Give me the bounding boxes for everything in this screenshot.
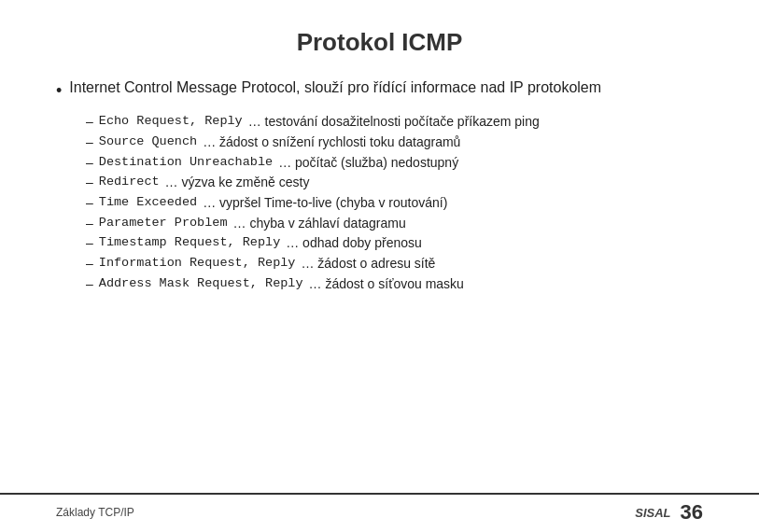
main-bullet: • Internet Control Message Protocol, slo… <box>56 79 703 103</box>
footer-left-label: Základy TCP/IP <box>56 506 134 519</box>
sub-item-mono: Address Mask Request, Reply <box>99 274 303 294</box>
sub-item-mono: Information Request, Reply <box>99 254 296 273</box>
slide: Protokol ICMP • Internet Control Message… <box>0 0 759 532</box>
footer-right: SISAL 36 <box>635 500 703 525</box>
sub-item-mono: Redirect <box>99 173 160 192</box>
sub-item-text: … testování dosažitelnosti počítače přík… <box>248 112 540 133</box>
sub-item-mono: Time Exceeded <box>99 193 197 213</box>
sub-item-text: … žádost o síťovou masku <box>309 274 464 295</box>
sub-item-text: … počítač (služba) nedostupný <box>278 153 458 174</box>
sub-item-mono: Echo Request, Reply <box>99 112 243 132</box>
slide-title: Protokol ICMP <box>56 28 703 57</box>
footer-brand: SISAL <box>635 506 670 520</box>
sub-item-mono: Source Quench <box>99 133 197 152</box>
sub-list-item: Address Mask Request, Reply … žádost o s… <box>86 274 703 295</box>
sub-list-item: Time Exceeded … vypršel Time-to-live (ch… <box>86 193 703 214</box>
sub-list: Echo Request, Reply … testování dosažite… <box>56 112 703 294</box>
footer: Základy TCP/IP SISAL 36 <box>0 493 759 532</box>
sub-list-item: Timestamp Request, Reply … odhad doby př… <box>86 233 703 254</box>
sub-item-text: … odhad doby přenosu <box>286 233 422 254</box>
sub-item-text: … žádost o snížení rychlosti toku datagr… <box>203 133 460 153</box>
sub-list-item: Source Quench … žádost o snížení rychlos… <box>86 133 703 153</box>
footer-page-number: 36 <box>681 500 703 525</box>
sub-item-mono: Parameter Problem <box>99 214 228 233</box>
sub-item-mono: Timestamp Request, Reply <box>99 233 280 253</box>
bullet-dot: • <box>56 79 62 103</box>
bullet-section: • Internet Control Message Protocol, slo… <box>56 79 703 294</box>
sub-list-item: Parameter Problem … chyba v záhlaví data… <box>86 214 703 234</box>
sub-list-item: Destination Unreachable … počítač (služb… <box>86 153 703 174</box>
sub-list-item: Redirect … výzva ke změně cesty <box>86 173 703 193</box>
main-bullet-text: Internet Control Message Protocol, slouž… <box>69 79 601 96</box>
sub-item-text: … chyba v záhlaví datagramu <box>233 214 406 234</box>
sub-list-item: Echo Request, Reply … testování dosažite… <box>86 112 703 133</box>
sub-item-text: … výzva ke změně cesty <box>165 173 310 193</box>
sub-list-item: Information Request, Reply … žádost o ad… <box>86 254 703 274</box>
sub-item-mono: Destination Unreachable <box>99 153 273 173</box>
sub-item-text: … žádost o adresu sítě <box>301 254 435 274</box>
sub-item-text: … vypršel Time-to-live (chyba v routován… <box>203 193 447 214</box>
